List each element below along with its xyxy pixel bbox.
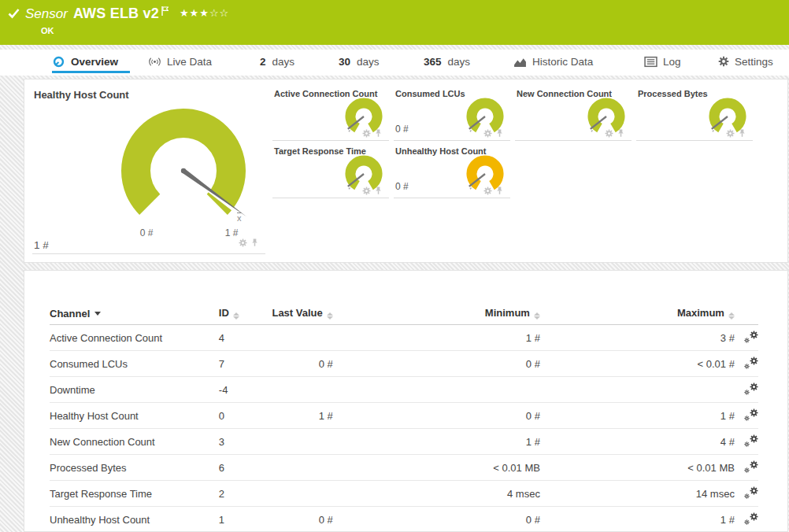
tab-2-days-number: 2 xyxy=(260,56,266,68)
tab-30-days-number: 30 xyxy=(339,56,350,68)
channel-gear-icon[interactable] xyxy=(239,238,247,247)
channel-gear-icon[interactable] xyxy=(362,187,371,195)
prtg-sensor-page: Sensor AWS ELB v2 ★★★☆☆ OK Overview xyxy=(0,0,789,532)
channel-pin-icon[interactable] xyxy=(738,128,746,138)
cell-maximum: 1 # xyxy=(540,507,735,532)
channel-settings-icon[interactable] xyxy=(744,357,758,369)
column-header-last-value[interactable]: Last Value xyxy=(261,302,332,325)
table-row: Unhealthy Host Count 1 0 # 0 # 1 # xyxy=(50,507,758,532)
cell-last-value: 1 # xyxy=(261,403,332,429)
cell-channel: Processed Bytes xyxy=(50,455,219,481)
cell-maximum xyxy=(540,377,735,403)
cell-channel: Active Connection Count xyxy=(50,325,219,351)
cell-id: 6 xyxy=(219,455,261,481)
tab-settings[interactable]: Settings xyxy=(718,50,773,73)
cell-maximum: < 0.01 MB xyxy=(540,455,735,481)
channels-table: Channel ID Last Value Minimum Maximum xyxy=(50,302,758,532)
cell-maximum: 3 # xyxy=(540,325,735,351)
cell-channel: Consumed LCUs xyxy=(50,351,219,377)
tab-30-days[interactable]: 30 days xyxy=(339,50,380,73)
tab-log[interactable]: Log xyxy=(644,50,681,73)
channel-pin-icon[interactable] xyxy=(250,238,259,247)
table-row: New Connection Count 3 1 # 4 # xyxy=(50,429,758,455)
tab-overview-label: Overview xyxy=(71,56,118,68)
table-row: Active Connection Count 4 1 # 3 # xyxy=(50,325,758,351)
sensor-status-badge: OK xyxy=(41,26,54,35)
channel-pin-icon[interactable] xyxy=(374,186,383,195)
gauge-title: Healthy Host Count xyxy=(34,89,129,101)
stars-empty: ☆☆ xyxy=(209,7,229,19)
status-ok-check-icon xyxy=(8,9,20,19)
tab-historic-data[interactable]: Historic Data xyxy=(513,50,593,73)
sensor-title: AWS ELB v2 xyxy=(73,6,159,22)
channel-gear-icon[interactable] xyxy=(483,187,492,195)
channel-pin-icon[interactable] xyxy=(495,186,504,195)
channel-settings-icon[interactable] xyxy=(744,512,758,525)
cell-minimum: 4 msec xyxy=(333,481,540,507)
table-row: Consumed LCUs 7 0 # 0 # < 0.01 # xyxy=(50,351,758,377)
cell-last-value: 0 # xyxy=(261,351,332,377)
cell-channel: Downtime xyxy=(50,377,219,403)
column-header-minimum[interactable]: Minimum xyxy=(333,302,540,325)
gauge-icon xyxy=(52,56,65,68)
channel-gear-icon[interactable] xyxy=(726,129,735,138)
gauge-scale-min: 0 # xyxy=(133,227,160,238)
healthy-host-count-gauge xyxy=(121,107,250,225)
channel-settings-icon[interactable] xyxy=(744,382,758,395)
average-marker-label: x xyxy=(237,213,242,223)
table-row: Healthy Host Count 0 1 # 0 # 1 # xyxy=(50,403,758,429)
column-header-actions xyxy=(735,302,758,325)
cell-minimum: 1 # xyxy=(333,325,540,351)
gauge-tile-unhealthy-host-count: Unhealthy Host Count 0 # xyxy=(394,143,510,198)
sort-icon xyxy=(534,312,540,320)
column-header-last-value-label: Last Value xyxy=(272,307,322,319)
tab-log-label: Log xyxy=(663,56,681,68)
column-header-channel[interactable]: Channel xyxy=(50,302,219,325)
channel-gear-icon[interactable] xyxy=(483,129,492,138)
channel-settings-icon[interactable] xyxy=(744,408,758,421)
channel-pin-icon[interactable] xyxy=(617,128,625,138)
cell-id: -4 xyxy=(219,377,261,403)
tab-settings-label: Settings xyxy=(735,56,773,68)
column-header-maximum[interactable]: Maximum xyxy=(540,302,735,325)
channel-settings-icon[interactable] xyxy=(744,434,758,447)
cell-id: 2 xyxy=(219,481,261,507)
tab-2-days[interactable]: 2 days xyxy=(260,50,294,73)
cell-id: 3 xyxy=(219,429,261,455)
priority-stars[interactable]: ★★★☆☆ xyxy=(180,7,229,19)
log-list-icon xyxy=(644,56,658,68)
gauge-last-value: 0 # xyxy=(395,124,409,135)
cell-last-value xyxy=(261,377,332,403)
tab-live-data[interactable]: Live Data xyxy=(148,50,212,73)
cell-last-value xyxy=(261,429,332,455)
column-header-maximum-label: Maximum xyxy=(677,307,724,319)
object-kind-label: Sensor xyxy=(25,6,68,22)
channel-pin-icon[interactable] xyxy=(374,128,383,138)
sort-icon xyxy=(233,312,239,320)
gauge-title: Processed Bytes xyxy=(638,89,708,98)
cell-id: 4 xyxy=(219,325,261,351)
gauge-tile-target-response-time: Target Response Time xyxy=(272,143,389,198)
gauge-last-value: 1 # xyxy=(34,239,49,251)
column-header-id-label: ID xyxy=(219,307,229,319)
gauge-tile-processed-bytes: Processed Bytes xyxy=(636,86,753,141)
cell-last-value xyxy=(261,325,332,351)
column-header-id[interactable]: ID xyxy=(219,302,261,325)
area-chart-icon xyxy=(513,56,527,68)
channel-gear-icon[interactable] xyxy=(362,129,371,138)
channels-panel: Channel ID Last Value Minimum Maximum xyxy=(24,270,788,532)
tab-365-days[interactable]: 365 days xyxy=(424,50,470,73)
channel-pin-icon[interactable] xyxy=(495,128,504,138)
channel-settings-icon[interactable] xyxy=(744,486,758,499)
channel-settings-icon[interactable] xyxy=(744,331,758,343)
channel-gear-icon[interactable] xyxy=(605,129,613,138)
tab-bar: Overview Live Data 2 days 30 days 365 da… xyxy=(0,50,789,76)
gauge-tile-active-connection-count: Active Connection Count xyxy=(272,86,389,141)
channel-settings-icon[interactable] xyxy=(744,460,758,473)
cell-channel: Healthy Host Count xyxy=(50,403,219,429)
tab-2-days-unit: days xyxy=(272,56,295,68)
cell-minimum: 0 # xyxy=(333,403,540,429)
table-row: Target Response Time 2 4 msec 14 msec xyxy=(50,481,758,507)
flag-icon[interactable] xyxy=(161,6,169,16)
tab-overview[interactable]: Overview xyxy=(52,50,118,73)
